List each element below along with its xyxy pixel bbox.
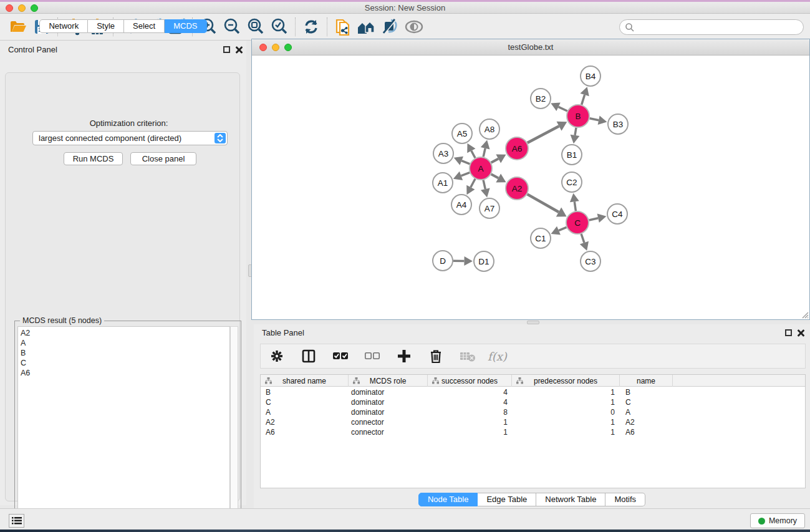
result-item[interactable]: A2 xyxy=(21,328,229,338)
annotations-toggle-icon[interactable] xyxy=(378,16,402,37)
table-panel-title: Table Panel xyxy=(262,328,304,337)
show-panels-button[interactable] xyxy=(9,514,24,528)
column-header-MCDS-role[interactable]: MCDS role xyxy=(349,375,428,387)
network-window-titlebar[interactable]: testGlobe.txt xyxy=(252,39,809,56)
close-network-button[interactable] xyxy=(259,44,267,51)
table-options-icon[interactable] xyxy=(265,346,289,367)
tab-network-table[interactable]: Network Table xyxy=(536,493,605,506)
criterion-select[interactable]: largest connected component (directed) xyxy=(32,131,228,145)
table-row[interactable]: A2connector11A2 xyxy=(261,417,805,427)
zoom-fit-icon[interactable] xyxy=(244,16,268,37)
edge-B-B1[interactable] xyxy=(575,128,576,135)
result-item[interactable]: C xyxy=(21,358,229,368)
column-header-shared-name[interactable]: shared name xyxy=(261,375,349,387)
zoom-network-button[interactable] xyxy=(284,44,292,51)
select-all-columns-icon[interactable] xyxy=(329,346,352,367)
table-cell: C xyxy=(620,397,673,407)
close-panel-icon[interactable] xyxy=(234,46,243,54)
tab-node-table[interactable]: Node Table xyxy=(418,493,478,506)
node-label-B1: B1 xyxy=(567,150,577,160)
tab-mcds[interactable]: MCDS xyxy=(165,19,206,33)
add-column-icon[interactable] xyxy=(392,346,416,367)
network-canvas[interactable]: B4B2BB3A8A5A6A3B1AC2A1A2A4A7C4CC1DC3D1 xyxy=(252,56,809,319)
edge-A-A3[interactable] xyxy=(461,161,470,164)
tab-edge-table[interactable]: Edge Table xyxy=(478,493,536,506)
refresh-icon[interactable] xyxy=(299,16,323,37)
edge-A-A8[interactable] xyxy=(483,148,485,157)
table-cell: A2 xyxy=(261,417,349,427)
function-builder-icon[interactable]: f(x) xyxy=(488,350,507,363)
table-cell: A6 xyxy=(261,427,349,437)
result-scrollbar[interactable] xyxy=(230,326,238,526)
table-row[interactable]: Cdominator41C xyxy=(261,397,805,407)
node-label-B: B xyxy=(575,112,581,121)
show-columns-icon[interactable] xyxy=(297,346,321,367)
window-controls xyxy=(6,4,38,12)
table-row[interactable]: Adominator80A xyxy=(261,407,805,417)
run-mcds-button[interactable]: Run MCDS xyxy=(64,152,123,165)
memory-button[interactable]: Memory xyxy=(750,513,805,528)
close-panel-button[interactable]: Close panel xyxy=(130,152,196,165)
search-input[interactable] xyxy=(635,21,803,34)
mcds-result-list[interactable]: A2ABCA6 xyxy=(17,326,230,526)
unselect-all-columns-icon[interactable] xyxy=(360,346,384,367)
first-neighbors-icon[interactable] xyxy=(355,16,378,37)
column-header-successor-nodes[interactable]: successor nodes xyxy=(428,375,512,387)
minimize-network-button[interactable] xyxy=(272,44,279,51)
float-panel-icon[interactable] xyxy=(223,46,230,53)
edge-C-C3[interactable] xyxy=(581,234,584,243)
memory-status-icon xyxy=(758,518,765,525)
edge-A-A5[interactable] xyxy=(471,151,475,158)
node-label-C3: C3 xyxy=(585,257,595,266)
edge-A-A6[interactable] xyxy=(491,158,499,162)
delete-table-icon[interactable] xyxy=(456,346,480,367)
edge-C-C4[interactable] xyxy=(589,218,599,220)
result-item[interactable]: A xyxy=(21,338,229,348)
new-network-from-selection-icon[interactable] xyxy=(331,16,355,37)
node-label-A3: A3 xyxy=(438,149,449,158)
edge-C-C2[interactable] xyxy=(574,201,576,211)
tab-style[interactable]: Style xyxy=(88,19,124,33)
column-header-predecessor-nodes[interactable]: predecessor nodes xyxy=(512,375,620,387)
edge-A-A2[interactable] xyxy=(491,174,499,178)
node-label-C1: C1 xyxy=(535,234,546,243)
table-cell: dominator xyxy=(349,407,428,417)
edge-A-A4[interactable] xyxy=(471,179,475,187)
edge-A-A7[interactable] xyxy=(483,180,485,190)
result-item[interactable]: B xyxy=(21,348,229,358)
table-row[interactable]: Bdominator41B xyxy=(261,387,805,397)
delete-columns-icon[interactable] xyxy=(424,346,448,367)
edge-A2-C[interactable] xyxy=(528,194,559,212)
float-table-panel-icon[interactable] xyxy=(785,329,792,336)
tab-motifs[interactable]: Motifs xyxy=(605,493,645,506)
result-item[interactable]: A6 xyxy=(21,368,229,378)
node-label-A5: A5 xyxy=(457,129,468,138)
table-cell: A xyxy=(620,407,673,417)
graphics-details-icon[interactable] xyxy=(402,16,426,37)
edge-C-C1[interactable] xyxy=(559,227,567,230)
close-window-button[interactable] xyxy=(6,4,13,12)
tab-select[interactable]: Select xyxy=(124,19,165,33)
node-label-A1: A1 xyxy=(438,178,448,188)
edge-A-A1[interactable] xyxy=(461,173,470,176)
table-cell: 1 xyxy=(428,417,512,427)
table-cell: B xyxy=(261,387,349,397)
close-table-panel-icon[interactable] xyxy=(796,329,804,337)
edge-arrowhead xyxy=(571,135,580,144)
window-title: Session: New Session xyxy=(0,2,810,14)
node-label-A2: A2 xyxy=(512,184,523,193)
table-cell: 8 xyxy=(428,407,512,417)
column-header-name[interactable]: name xyxy=(620,375,673,387)
table-row[interactable]: A6connector11A6 xyxy=(261,427,805,437)
window-titlebar: Session: New Session xyxy=(0,2,810,14)
edge-B-B3[interactable] xyxy=(590,118,599,120)
edge-B-B4[interactable] xyxy=(582,95,585,105)
table-toolbar: f(x) xyxy=(260,344,806,369)
minimize-window-button[interactable] xyxy=(18,4,26,12)
zoom-selected-icon[interactable] xyxy=(268,16,291,37)
edge-A6-B[interactable] xyxy=(528,126,559,143)
edge-B-B2[interactable] xyxy=(559,107,567,111)
resize-grip-icon[interactable] xyxy=(800,310,809,319)
zoom-window-button[interactable] xyxy=(31,4,38,12)
tab-network[interactable]: Network xyxy=(39,19,88,33)
